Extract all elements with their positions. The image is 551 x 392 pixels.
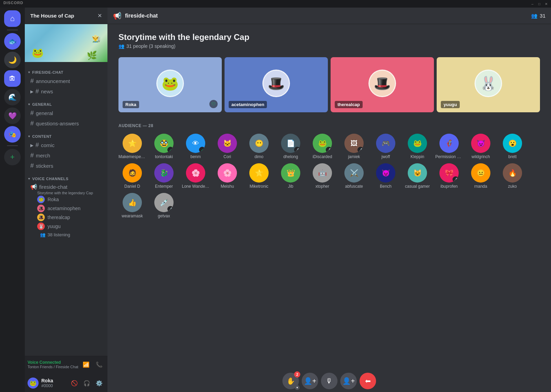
channel-item-stickers[interactable]: # stickers xyxy=(28,161,105,171)
audience-avatar-miketronic[interactable]: 🌟 xyxy=(249,163,269,183)
category-general[interactable]: ▼ GENERAL xyxy=(25,97,107,108)
channel-item-general[interactable]: # general xyxy=(28,108,105,118)
audience-avatar-xtopher[interactable]: 🤖 xyxy=(313,163,332,183)
voice-user-name-therealcap: therealcap xyxy=(48,215,70,220)
audience-avatar-entemper[interactable]: 🐉 xyxy=(154,163,174,183)
stage-title: Storytime with the legendary Cap xyxy=(118,32,540,42)
mute-icon[interactable]: 🚫 xyxy=(69,378,80,389)
raise-hand-button[interactable]: ✋ 2 ▼ xyxy=(282,373,299,389)
audience-avatar-benm[interactable]: 👁 ✓ xyxy=(186,134,205,153)
audience-avatar-jwoff[interactable]: 🎮 xyxy=(376,134,395,153)
category-label-content: CONTENT xyxy=(32,134,52,138)
channel-item-merch[interactable]: # merch xyxy=(28,151,105,161)
audience-name-bench: Bench xyxy=(372,184,399,189)
audience-avatar-casual-gamer[interactable]: 😺 xyxy=(408,163,427,183)
audience-member-dimo: 😶 dimo xyxy=(245,134,273,159)
mic-badge-dhelong: 🎤 xyxy=(294,147,300,153)
speaker-card-yuugu: 🐰 yuugu xyxy=(437,57,540,112)
voice-user-therealcap: 🎩 therealcap xyxy=(30,213,102,222)
maximize-button[interactable]: □ xyxy=(537,2,541,6)
audience-avatar-brett[interactable]: 😮 xyxy=(503,134,522,153)
server-header[interactable]: The House of Cap ✕ xyxy=(25,8,107,24)
minimize-button[interactable]: – xyxy=(530,2,534,6)
audience-avatar-dhelong[interactable]: 📄 🎤 xyxy=(281,134,300,153)
server-icon-2[interactable]: 🌙 xyxy=(4,52,21,68)
audience-member-makemespeakrr: ⭐ Makemespeakrr xyxy=(118,134,146,159)
user-bar: 🐸 Roka #0000 🚫 🎧 ⚙️ xyxy=(25,374,107,392)
channel-item-news[interactable]: ▶ # news xyxy=(28,86,105,96)
audience-member-jib: 👑 Jib xyxy=(277,163,304,189)
mute-button[interactable]: 🎙 xyxy=(321,373,337,389)
people-icon-meta: 👥 xyxy=(118,43,124,49)
audience-avatar-dimo[interactable]: 😶 xyxy=(249,134,269,153)
audience-name-cori: Cori xyxy=(214,154,241,159)
audience-avatar-daniel-d[interactable]: 🧔 xyxy=(123,163,142,183)
voice-phone-icon[interactable]: 📞 xyxy=(94,359,105,370)
audience-name-meishu: Meishu xyxy=(214,184,241,189)
server-icon-active[interactable]: 🏚 xyxy=(4,70,21,87)
voice-user-yuugu: 🐰 yuugu xyxy=(30,222,102,231)
voice-bars-icon[interactable]: 📶 xyxy=(81,359,92,370)
category-news-announcement[interactable]: ▼ fireside-chat xyxy=(25,65,107,76)
user-bar-name: Roka xyxy=(41,378,66,383)
channel-list: ▼ fireside-chat # announcement ▶ # news … xyxy=(25,62,107,356)
invite-button[interactable]: 👤+ xyxy=(340,373,357,389)
add-server-button[interactable]: + xyxy=(4,149,21,165)
channel-item-questions[interactable]: # questions-answers xyxy=(28,118,105,128)
server-icon-discord-home[interactable]: ⌂ xyxy=(4,10,21,27)
server-icon-6[interactable]: 💜 xyxy=(4,107,21,124)
audience-avatar-rnanda[interactable]: 😐 xyxy=(471,163,490,183)
audience-avatar-idiscarded[interactable]: 🐸 🎤 xyxy=(313,134,332,153)
audience-avatar-kleppin[interactable]: 🐸 xyxy=(408,134,427,153)
audience-member-zuko: 🔥 zuko xyxy=(499,163,526,189)
audience-member-meishu: 🌸 Meishu xyxy=(214,163,241,189)
audience-avatar-wildgrinch[interactable]: 😈 xyxy=(471,134,490,153)
settings-icon[interactable]: ⚙️ xyxy=(94,378,105,389)
server-icon-1[interactable]: 🐟 xyxy=(4,33,21,50)
user-bar-controls: 🚫 🎧 ⚙️ xyxy=(69,378,105,389)
app-logo: DISCORD xyxy=(3,1,23,5)
audience-avatar-ibuprofen[interactable]: 🎀 🎤 xyxy=(439,163,459,183)
audience-avatar-makemespeakrr[interactable]: ⭐ xyxy=(123,134,142,153)
member-count: 👥 31 xyxy=(531,13,545,19)
audience-name-entemper: Entemper xyxy=(150,184,178,189)
audience-member-wildgrinch: 😈 wildgrinch xyxy=(467,134,495,159)
server-icon-5[interactable]: 🌊 xyxy=(4,89,21,105)
raise-hand-dropdown-arrow[interactable]: ▼ xyxy=(295,385,300,390)
audience-avatar-jamiek[interactable]: 🖼 🎤 xyxy=(344,134,364,153)
server-icon-7[interactable]: 🎭 xyxy=(4,126,21,143)
audience-avatar-cori[interactable]: 🐱 xyxy=(218,134,237,153)
audience-avatar-zuko[interactable]: 🔥 xyxy=(503,163,522,183)
audience-avatar-bench[interactable]: 😈 xyxy=(376,163,395,183)
speaker-name-acetaminophen: acetaminophen xyxy=(229,101,267,108)
channel-item-comic[interactable]: ▶ # comic xyxy=(28,140,105,150)
audience-member-getvax: 💉 🎤 getvax xyxy=(150,193,178,218)
audience-avatar-getvax[interactable]: 💉 🎤 xyxy=(154,193,174,212)
category-content[interactable]: ▼ CONTENT xyxy=(25,129,107,140)
audience-avatar-tontontaki[interactable]: 🥸 ✓ xyxy=(154,134,174,153)
audience-avatar-jib[interactable]: 👑 xyxy=(281,163,300,183)
audience-avatar-lone-wanderer[interactable]: 🌸 xyxy=(186,163,205,183)
category-arrow-voice: ▼ xyxy=(28,177,31,180)
speaker-card-therealcap: 🎩 therealcap xyxy=(331,57,434,112)
audience-avatar-wearamask[interactable]: 👍 xyxy=(123,193,142,212)
audience-avatar-meishu[interactable]: 🌸 xyxy=(218,163,237,183)
headset-icon[interactable]: 🎧 xyxy=(81,378,92,389)
audience-name-daniel-d: Daniel D xyxy=(118,184,146,189)
audience-member-xtopher: 🤖 xtopher xyxy=(309,163,336,189)
leave-button[interactable]: ⬅ xyxy=(360,373,376,389)
close-button[interactable]: ✕ xyxy=(544,2,548,6)
server-banner-image: ✓ The House of Cap 🐸 🌿 👨‍🌾 xyxy=(25,24,107,62)
channel-name-news: news xyxy=(41,89,53,94)
hash-icon-merch: # xyxy=(30,152,34,159)
category-voice[interactable]: ▼ VOICE CHANNELS xyxy=(25,171,107,182)
members-icon: 👥 xyxy=(531,13,538,19)
channel-item-announcement[interactable]: # announcement xyxy=(28,76,105,86)
request-to-speak-button[interactable]: 👤+ xyxy=(302,373,318,389)
category-label-news: fireside-chat xyxy=(32,70,63,74)
voice-channel-fireside[interactable]: 📢 fireside-chat Storytime with the legen… xyxy=(28,182,105,239)
hash-icon-general: # xyxy=(30,110,34,117)
people-icon: 👥 xyxy=(40,232,45,237)
audience-avatar-permission-man[interactable]: 🦸 xyxy=(439,134,459,153)
audience-avatar-abfuscate[interactable]: ⚔️ xyxy=(344,163,364,183)
